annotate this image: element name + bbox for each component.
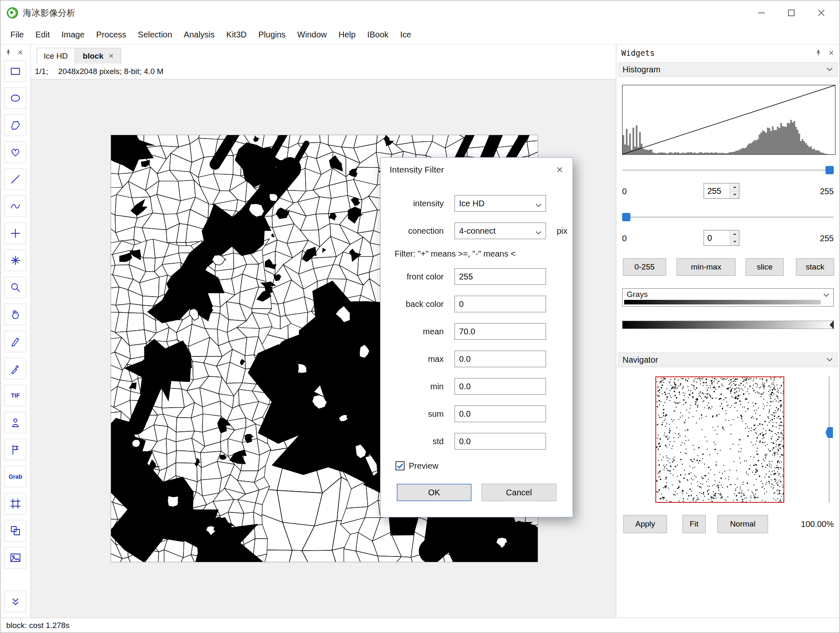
- back-color-input[interactable]: [455, 296, 546, 312]
- spin-down-button[interactable]: [730, 238, 739, 246]
- menu-item-plugins[interactable]: Plugins: [252, 27, 292, 42]
- menu-item-analysis[interactable]: Analysis: [178, 27, 220, 42]
- eyedropper-tool[interactable]: [5, 358, 26, 379]
- wand-tool[interactable]: [5, 250, 26, 271]
- freehand-select-tool[interactable]: [5, 141, 26, 163]
- lut-select[interactable]: Grays: [622, 288, 834, 307]
- dialog-title-bar: Intensity Filter: [380, 158, 573, 182]
- range-max-label: 255: [820, 234, 834, 243]
- min-level-slider[interactable]: [622, 213, 834, 221]
- max-row: max: [390, 351, 563, 367]
- menu-item-help[interactable]: Help: [333, 27, 361, 42]
- pin-icon[interactable]: [815, 49, 822, 57]
- mean-input[interactable]: [455, 323, 546, 340]
- tab-block[interactable]: block: [76, 48, 121, 64]
- range-0-255-button[interactable]: 0-255: [623, 258, 666, 276]
- fit-button[interactable]: Fit: [682, 515, 706, 533]
- tab-ice-hd[interactable]: Ice HD: [37, 48, 75, 64]
- intensity-label: intensity: [390, 199, 444, 208]
- max-label: max: [390, 354, 444, 364]
- minimize-button[interactable]: [746, 0, 776, 25]
- max-input[interactable]: [455, 351, 546, 367]
- ellipse-select-tool[interactable]: [5, 87, 26, 109]
- navigator-thumbnail[interactable]: [655, 376, 784, 503]
- menu-item-ice[interactable]: Ice: [394, 27, 417, 42]
- slider-thumb[interactable]: [622, 213, 630, 221]
- pencil-tool[interactable]: [5, 331, 26, 352]
- menu-item-selection[interactable]: Selection: [132, 27, 178, 42]
- slice-button[interactable]: slice: [746, 258, 784, 276]
- max-level-input[interactable]: [704, 183, 730, 198]
- menu-item-image[interactable]: Image: [56, 27, 91, 42]
- mean-row: mean: [390, 323, 563, 340]
- menu-item-kit3d[interactable]: Kit3D: [220, 27, 252, 42]
- tab-bar: Ice HD block: [31, 45, 616, 64]
- min-level-input[interactable]: [704, 230, 730, 245]
- polygon-select-tool[interactable]: [5, 114, 26, 136]
- histogram-chart: [623, 85, 835, 154]
- spin-up-button[interactable]: [730, 230, 739, 238]
- curve-icon: [9, 200, 22, 213]
- rectangle-select-tool[interactable]: [5, 60, 26, 82]
- min-max-button[interactable]: min-max: [677, 258, 736, 276]
- lut-handle[interactable]: [830, 320, 834, 329]
- max-level-slider[interactable]: [622, 166, 834, 174]
- stack-button[interactable]: stack: [796, 258, 834, 276]
- spin-down-button[interactable]: [730, 191, 739, 199]
- apply-button[interactable]: Apply: [623, 515, 667, 533]
- line-tool[interactable]: [5, 168, 26, 190]
- close-button[interactable]: [806, 0, 836, 25]
- shapes-tool[interactable]: [5, 520, 26, 542]
- tif-tool[interactable]: TIF: [5, 385, 26, 406]
- dialog-close-button[interactable]: [556, 166, 563, 173]
- menu-item-window[interactable]: Window: [292, 27, 333, 42]
- slider-thumb[interactable]: [825, 427, 833, 438]
- pencil-icon: [9, 335, 22, 348]
- pin-icon[interactable]: [5, 49, 12, 56]
- crosshair-tool[interactable]: [5, 223, 26, 244]
- image-tool[interactable]: [5, 547, 26, 569]
- tab-close-button[interactable]: [109, 53, 114, 59]
- front-color-input[interactable]: [455, 268, 546, 285]
- maximize-button[interactable]: [776, 0, 806, 25]
- grid-tool[interactable]: [5, 493, 26, 514]
- navigator-zoom-slider[interactable]: [825, 376, 834, 503]
- zoom-tool[interactable]: [5, 277, 26, 298]
- conection-select[interactable]: 4-connect: [455, 223, 546, 239]
- menu-item-process[interactable]: Process: [90, 27, 132, 42]
- toolbar-overflow-button[interactable]: [5, 591, 26, 612]
- sum-input[interactable]: [455, 406, 546, 422]
- navigator-section-header[interactable]: Navigator: [618, 352, 838, 367]
- cancel-button[interactable]: Cancel: [482, 484, 556, 501]
- hand-tool[interactable]: [5, 304, 26, 325]
- close-panel-icon[interactable]: [828, 49, 835, 56]
- menu-item-file[interactable]: File: [5, 27, 30, 42]
- tool-dock: TIF Grab: [0, 45, 31, 618]
- menu-bar: File Edit Image Process Selection Analys…: [0, 25, 840, 45]
- intensity-row: intensity Ice HD: [390, 195, 563, 212]
- title-bar: 海冰影像分析: [0, 0, 840, 25]
- slider-thumb[interactable]: [825, 166, 834, 174]
- normal-button[interactable]: Normal: [717, 515, 768, 533]
- conection-label: conection: [390, 226, 444, 236]
- menu-item-edit[interactable]: Edit: [30, 27, 55, 42]
- person-pin-icon: [9, 416, 22, 429]
- spin-up-button[interactable]: [730, 183, 739, 191]
- histogram-section-header[interactable]: Histogram: [618, 62, 838, 77]
- curve-tool[interactable]: [5, 195, 26, 217]
- min-input[interactable]: [455, 378, 546, 395]
- menu-item-ibook[interactable]: IBook: [361, 27, 394, 42]
- sum-label: sum: [390, 409, 444, 419]
- ok-button[interactable]: OK: [397, 484, 472, 501]
- grab-tool[interactable]: Grab: [5, 466, 26, 487]
- dialog-title: Intensity Filter: [390, 165, 444, 175]
- std-input[interactable]: [455, 433, 546, 450]
- preview-checkbox[interactable]: [395, 461, 405, 470]
- flag-tool[interactable]: [5, 439, 26, 460]
- status-text: block: cost 1.278s: [6, 621, 69, 630]
- intensity-select[interactable]: Ice HD: [455, 195, 546, 212]
- preview-label: Preview: [409, 461, 438, 471]
- close-dock-icon[interactable]: [17, 49, 24, 56]
- marker-tool[interactable]: [5, 412, 26, 433]
- preview-option: Preview: [395, 460, 573, 471]
